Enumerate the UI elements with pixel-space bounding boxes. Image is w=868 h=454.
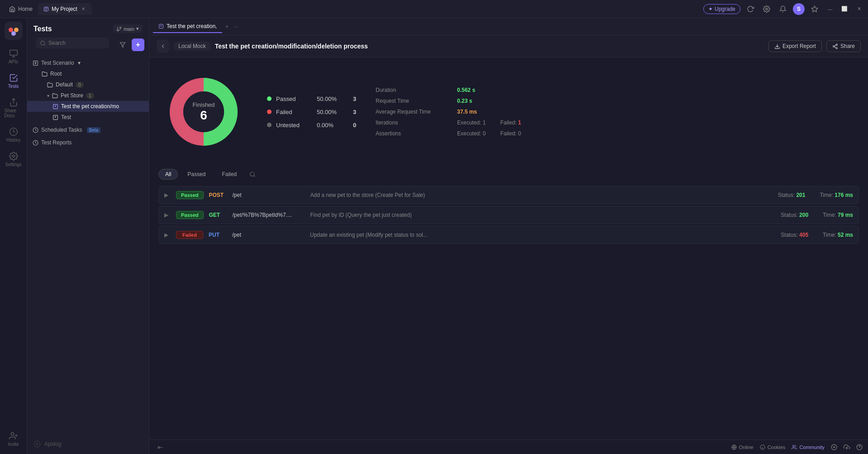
row0-status: Status: 201 — [778, 192, 806, 198]
summary-section: Finished 6 Passed 50.00% 3 Failed — [158, 67, 859, 157]
app-logo[interactable] — [5, 22, 23, 40]
filter-failed[interactable]: Failed — [215, 169, 243, 180]
tree-section-scenario-header[interactable]: Test Scenario ▾ — [27, 57, 149, 68]
bottom-add-icon[interactable] — [831, 444, 837, 450]
nav-item-invite[interactable]: Invite — [3, 428, 24, 450]
bottom-help-icon[interactable] — [856, 444, 863, 450]
row2-time: Time: 52 ms — [823, 232, 853, 238]
result-row-2[interactable]: ▶ Failed PUT /pet Update an existing pet… — [158, 226, 859, 244]
folder-icon — [47, 82, 53, 88]
file-tree: Test Scenario ▾ Root Default 0 ▾ — [27, 56, 149, 434]
close-button[interactable]: ✕ — [854, 4, 864, 14]
add-button[interactable]: + — [132, 38, 144, 51]
apidog-footer-icon — [33, 440, 41, 448]
bottom-online[interactable]: Online — [731, 444, 754, 450]
bottom-left-arrow-icon[interactable]: ⇤ — [155, 443, 166, 452]
tab-home-label: Home — [18, 6, 33, 12]
svg-point-28 — [836, 44, 837, 45]
nav-apis-label: APIs — [9, 59, 18, 64]
tab-myproject[interactable]: My Project ✕ — [38, 3, 92, 15]
nav-item-sharedocs[interactable]: Share Docs — [3, 94, 24, 122]
row0-time: Time: 176 ms — [820, 192, 853, 198]
bottom-bar: ⇤ Online Cookies Community — [149, 440, 868, 454]
results-area: Finished 6 Passed 50.00% 3 Failed — [149, 57, 868, 440]
nav-item-tests[interactable]: Tests — [3, 70, 24, 92]
row0-chevron-icon: ▶ — [164, 192, 171, 198]
bottom-left: ⇤ — [155, 443, 166, 452]
tree-section-reports-header[interactable]: Test Reports — [27, 137, 149, 148]
filter-all[interactable]: All — [158, 169, 178, 180]
svg-line-32 — [835, 45, 836, 46]
refresh-button[interactable] — [744, 3, 757, 15]
branch-label: main — [124, 26, 134, 32]
content-tab-testcreation[interactable]: Test the pet creation, — [153, 20, 222, 33]
nav-item-history[interactable]: History — [3, 124, 24, 146]
row1-status: Status: 200 — [781, 212, 808, 218]
tree-item-default[interactable]: Default 0 — [27, 79, 149, 90]
branch-selector[interactable]: main ▾ — [113, 24, 143, 33]
scenario-icon — [33, 60, 38, 66]
legend-untested-pct: 0.00% — [317, 122, 348, 129]
nav-tests-label: Tests — [8, 84, 19, 89]
svg-point-4 — [9, 28, 13, 32]
nav-item-apis[interactable]: APIs — [3, 45, 24, 68]
content-tab-icon — [158, 24, 164, 29]
bottom-share-icon[interactable] — [844, 444, 850, 450]
tree-footer: Apidog — [27, 434, 149, 454]
share-icon — [832, 43, 838, 49]
search-input[interactable] — [48, 40, 105, 46]
legend-passed-dot — [267, 96, 272, 101]
tree-item-test[interactable]: Test — [27, 112, 149, 123]
back-button[interactable] — [157, 40, 169, 53]
community-label: Community — [799, 444, 825, 450]
upgrade-button[interactable]: ✦ Upgrade — [703, 4, 740, 14]
bottom-cookies[interactable]: Cookies — [760, 444, 786, 450]
export-icon — [774, 43, 780, 49]
tree-section-scheduled: Scheduled Tasks Beta — [27, 124, 149, 135]
test-title: Test the pet creation/modification/delet… — [215, 43, 764, 50]
tree-item-testcreation[interactable]: Test the pet creation/mo — [27, 101, 149, 112]
legend-failed-pct: 50.00% — [317, 109, 348, 115]
bookmark-icon[interactable] — [808, 3, 821, 15]
svg-point-15 — [120, 27, 121, 28]
svg-line-36 — [254, 176, 255, 177]
donut-status-label: Finished — [192, 101, 215, 108]
metric-duration: Duration 0.562 s — [376, 87, 859, 93]
metric-requesttime-value: 0.23 s — [457, 98, 472, 104]
plus-circle-icon — [831, 444, 837, 450]
tree-section-scheduled-header[interactable]: Scheduled Tasks Beta — [27, 124, 149, 135]
tree-item-root[interactable]: Root — [27, 68, 149, 79]
metric-assertions-failed: Failed: 0 — [500, 130, 521, 137]
tree-testcreation-label: Test the pet creation/mo — [61, 103, 119, 110]
avatar[interactable]: S — [793, 3, 805, 15]
nav-item-settings[interactable]: Settings — [3, 148, 24, 171]
upgrade-icon: ✦ — [708, 6, 713, 12]
tab-myproject-close[interactable]: ✕ — [80, 6, 86, 12]
bottom-right: Online Cookies Community — [731, 444, 863, 450]
tab-home[interactable]: Home — [4, 3, 38, 15]
svg-point-6 — [11, 31, 16, 36]
maximize-button[interactable]: ⬜ — [839, 4, 850, 14]
result-list: ▶ Passed POST /pet Add a new pet to the … — [158, 186, 859, 246]
branch-chevron-icon: ▾ — [136, 26, 139, 32]
result-search-icon[interactable] — [246, 168, 259, 181]
share-button[interactable]: Share — [826, 40, 861, 52]
donut-chart: Finished 6 — [158, 67, 249, 157]
settings-icon[interactable] — [760, 3, 773, 15]
legend-passed-name: Passed — [276, 96, 312, 102]
result-row-0[interactable]: ▶ Passed POST /pet Add a new pet to the … — [158, 186, 859, 204]
tab-myproject-label: My Project — [52, 6, 77, 12]
minimize-button[interactable]: — — [825, 4, 835, 14]
legend-failed-name: Failed — [276, 109, 312, 115]
filter-button[interactable] — [116, 38, 129, 51]
tab-add-button[interactable]: + — [222, 20, 231, 33]
result-row-1[interactable]: ▶ Passed GET /pet/%7B%7BpetId%7.... Find… — [158, 206, 859, 224]
tab-more-button[interactable]: ··· — [231, 20, 242, 33]
clock-icon — [33, 127, 38, 133]
bell-icon[interactable] — [777, 3, 789, 15]
export-report-button[interactable]: Export Report — [768, 40, 822, 52]
bottom-community[interactable]: Community — [792, 444, 825, 450]
tree-item-petstore[interactable]: ▾ Pet Store 1 — [27, 90, 149, 101]
environment-badge[interactable]: Local Mock — [174, 42, 210, 51]
filter-passed[interactable]: Passed — [181, 169, 212, 180]
